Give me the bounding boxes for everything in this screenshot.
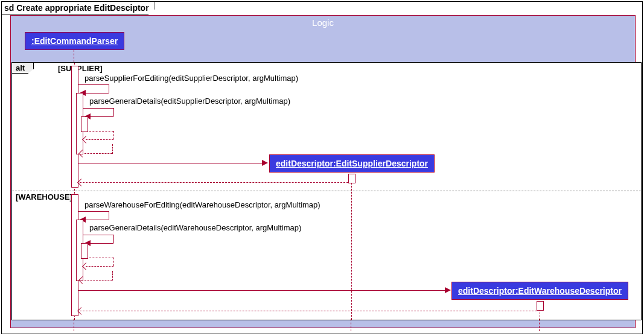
- return-s1-top: [84, 153, 112, 154]
- parser-lifeline-header: :EditCommandParser: [25, 32, 124, 50]
- diagram-frame-label: sd Create appropriate EditDesciptor: [2, 2, 155, 14]
- create-warehouse-arrow: [445, 287, 451, 293]
- supplier-lifeline-bottom: [351, 319, 351, 331]
- return-w2-top: [89, 258, 113, 258]
- return-supplier-arrow: [77, 179, 85, 186]
- msg-parse-supplier: parseSupplierForEditing(editSupplierDesc…: [84, 74, 298, 83]
- selfcall-w2-bot: [91, 243, 113, 244]
- selfcall-w2-v: [113, 235, 114, 243]
- selfcall-s1-v: [109, 84, 109, 93]
- warehouse-activation: [537, 301, 544, 311]
- create-supplier-line: [78, 163, 263, 163]
- logic-title: Logic: [11, 17, 635, 28]
- return-w1-v: [112, 271, 113, 281]
- return-w1-top: [84, 280, 112, 281]
- parser-lifeline-bottom: [74, 319, 74, 331]
- return-w2-arrow: [82, 262, 90, 270]
- parser-activation-w2: [81, 243, 88, 259]
- warehouse-lifeline-header: editDescriptor:EditWarehouseDescriptor: [451, 282, 628, 300]
- return-s2-v: [113, 131, 114, 139]
- diagram-frame: sd Create appropriate EditDesciptor Logi…: [1, 1, 643, 334]
- selfcall-w1-top: [78, 211, 109, 212]
- msg-parse-warehouse: parseWarehouseForEditing(editWarehouseDe…: [84, 200, 320, 209]
- return-warehouse-line: [80, 311, 537, 311]
- guard-supplier: [SUPPLIER]: [58, 64, 103, 73]
- parser-lifeline-top: [74, 50, 74, 62]
- return-warehouse-arrow: [77, 307, 85, 315]
- selfcall-s2-v: [113, 108, 114, 116]
- guard-warehouse: [WAREHOUSE]: [16, 192, 72, 201]
- selfcall-w1-bot: [86, 220, 109, 220]
- msg-parse-general-supplier: parseGeneralDetails(editSupplierDescript…: [89, 97, 290, 106]
- msg-parse-general-warehouse: parseGeneralDetails(editWarehouseDescrip…: [89, 223, 301, 232]
- return-s1-v: [112, 144, 113, 154]
- alt-label: alt: [12, 63, 34, 74]
- alt-divider: [12, 191, 641, 191]
- selfcall-s2-bot: [91, 116, 113, 117]
- selfcall-s1-bot: [86, 93, 109, 94]
- create-warehouse-line: [78, 290, 446, 291]
- return-supplier-line: [80, 182, 348, 183]
- warehouse-lifeline-bottom: [539, 319, 540, 331]
- selfcall-w1-v: [109, 211, 109, 220]
- return-s2-top: [89, 131, 113, 132]
- selfcall-s2-top: [83, 108, 113, 109]
- selfcall-w2-top: [83, 235, 113, 235]
- return-s2-arrow: [82, 136, 90, 144]
- parser-activation-s2: [81, 116, 88, 132]
- return-w2-v: [113, 258, 114, 266]
- supplier-lifeline-header: editDescriptor:EditSupplierDescriptor: [269, 154, 435, 173]
- supplier-activation: [348, 174, 355, 183]
- supplier-lifeline: [351, 174, 352, 320]
- selfcall-s1-top: [78, 84, 109, 85]
- create-supplier-arrow: [262, 160, 268, 166]
